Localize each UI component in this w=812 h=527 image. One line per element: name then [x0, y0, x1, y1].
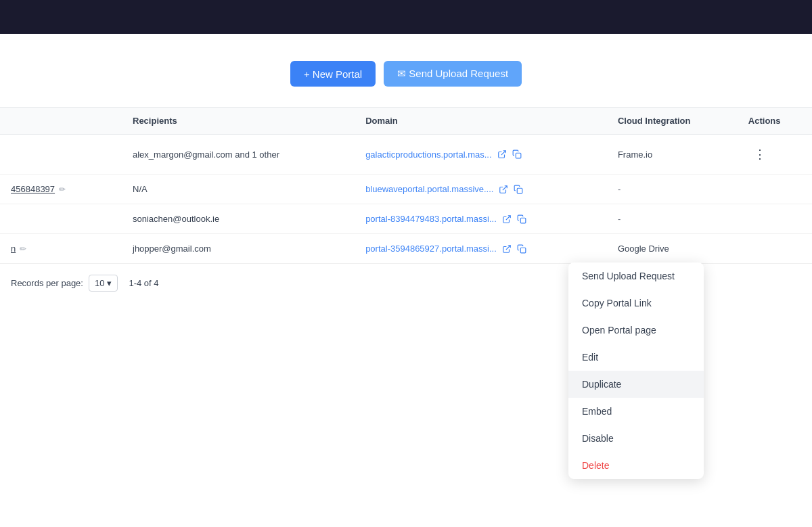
svg-line-2 [503, 185, 507, 189]
svg-line-0 [501, 151, 505, 155]
portal-table-container: Recipients Domain Cloud Integration Acti… [0, 107, 812, 302]
context-menu-item-open-portal[interactable]: Open Portal page [568, 317, 704, 344]
cell-recipients: jhopper@gmail.com [122, 234, 355, 264]
copy-icon[interactable] [517, 244, 526, 254]
page-range: 1-4 of 4 [129, 278, 158, 288]
edit-icon[interactable]: ✏ [20, 244, 26, 254]
records-label: Records per page: [11, 278, 83, 288]
context-menu-item-duplicate[interactable]: Duplicate [568, 371, 704, 398]
send-upload-request-button[interactable]: ✉ Send Upload Request [384, 61, 522, 87]
svg-rect-7 [520, 248, 526, 253]
table-row: n ✏ jhopper@gmail.com portal-3594865927.… [0, 234, 812, 264]
cell-actions [738, 175, 812, 204]
copy-icon[interactable] [512, 150, 522, 159]
cell-domain: galacticproductions.portal.mas... [355, 135, 607, 175]
external-link-icon[interactable] [502, 244, 512, 254]
context-menu-item-delete[interactable]: Delete [568, 452, 704, 479]
domain-link[interactable]: portal-8394479483.portal.massi... [365, 214, 497, 224]
cell-cloud: - [607, 204, 738, 234]
context-menu-item-embed[interactable]: Embed [568, 398, 704, 425]
cell-cloud: - [607, 175, 738, 204]
row-id: n [11, 244, 16, 254]
context-menu-item-send-upload[interactable]: Send Upload Request [568, 262, 704, 290]
context-menu-item-edit[interactable]: Edit [568, 344, 704, 371]
domain-link[interactable]: bluewaveportal.portal.massive.... [365, 184, 493, 194]
domain-link[interactable]: portal-3594865927.portal.massi... [365, 244, 497, 254]
cell-name [0, 204, 122, 234]
external-link-icon[interactable] [499, 185, 508, 194]
domain-link[interactable]: galacticproductions.portal.mas... [365, 150, 491, 160]
col-recipients-header: Recipients [122, 108, 355, 135]
chevron-down-icon: ▾ [107, 278, 112, 288]
edit-icon[interactable]: ✏ [59, 185, 66, 194]
copy-icon[interactable] [517, 214, 526, 224]
svg-rect-1 [516, 153, 521, 158]
per-page-select[interactable]: 10 ▾ [89, 275, 118, 292]
cell-actions [738, 234, 812, 264]
per-page-value: 10 [95, 278, 104, 288]
cell-actions: ⋮ [738, 135, 812, 175]
copy-icon[interactable] [514, 185, 523, 194]
more-actions-button[interactable]: ⋮ [748, 144, 771, 164]
cell-name [0, 135, 122, 175]
table-row: 456848397 ✏ N/A bluewaveportal.portal.ma… [0, 175, 812, 204]
row-id: 456848397 [11, 184, 55, 194]
toolbar: + New Portal ✉ Send Upload Request [0, 47, 812, 107]
external-link-icon[interactable] [497, 150, 507, 159]
cell-domain: portal-8394479483.portal.massi... [355, 204, 607, 234]
top-bar [0, 0, 812, 34]
svg-rect-3 [518, 188, 523, 193]
cell-domain: bluewaveportal.portal.massive.... [355, 175, 607, 204]
cell-actions [738, 204, 812, 234]
context-menu-item-disable[interactable]: Disable [568, 425, 704, 452]
cell-cloud: Frame.io [607, 135, 738, 175]
cell-recipients: N/A [122, 175, 355, 204]
external-link-icon[interactable] [502, 214, 512, 224]
cell-recipients: soniachen@outlook.ie [122, 204, 355, 234]
context-menu-item-copy-link[interactable]: Copy Portal Link [568, 290, 704, 317]
col-name [0, 108, 122, 135]
records-per-page: Records per page: 10 ▾ [11, 275, 118, 292]
svg-rect-5 [520, 218, 526, 223]
col-cloud-header: Cloud Integration [607, 108, 738, 135]
new-portal-button[interactable]: + New Portal [290, 61, 376, 87]
svg-line-6 [506, 245, 510, 249]
cell-name: 456848397 ✏ [0, 175, 122, 204]
cell-cloud: Google Drive [607, 234, 738, 264]
table-row: soniachen@outlook.ie portal-8394479483.p… [0, 204, 812, 234]
cell-name: n ✏ [0, 234, 122, 264]
table-row: alex_margon@gmail.com and 1 other galact… [0, 135, 812, 175]
cell-domain: portal-3594865927.portal.massi... [355, 234, 607, 264]
col-actions-header: Actions [738, 108, 812, 135]
svg-line-4 [506, 215, 510, 219]
context-menu: Send Upload RequestCopy Portal LinkOpen … [568, 262, 704, 479]
cell-recipients: alex_margon@gmail.com and 1 other [122, 135, 355, 175]
col-domain-header: Domain [355, 108, 607, 135]
portal-table: Recipients Domain Cloud Integration Acti… [0, 107, 812, 264]
